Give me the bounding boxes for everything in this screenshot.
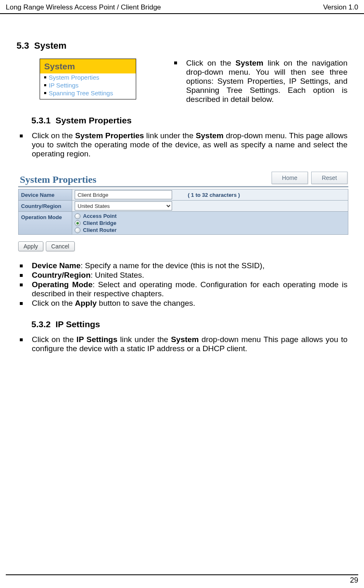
page-number: 29 bbox=[350, 576, 358, 584]
square-bullet-icon bbox=[20, 135, 23, 137]
desc-country-region: Country/Region: United States. bbox=[17, 271, 347, 280]
section-5-3-1: 5.3.1 System Properties bbox=[31, 116, 347, 125]
ipsettings-intro: Click on the IP Settings link under the … bbox=[17, 335, 347, 353]
opmode-access-point[interactable]: Access Point bbox=[75, 213, 345, 220]
square-bullet-icon bbox=[20, 274, 23, 277]
opmode-client-router[interactable]: Client Router bbox=[75, 227, 345, 234]
apply-button[interactable]: Apply bbox=[18, 241, 43, 251]
page-footer: 29 bbox=[6, 574, 358, 585]
sysprops-intro: Click on the System Properties link unde… bbox=[17, 131, 347, 158]
device-name-hint: ( 1 to 32 characters ) bbox=[188, 192, 240, 198]
square-bullet-icon bbox=[174, 61, 177, 64]
cancel-button[interactable]: Cancel bbox=[46, 241, 75, 251]
radio-selected-icon bbox=[75, 220, 80, 226]
bullet-icon bbox=[44, 92, 46, 94]
operation-mode-label: Operation Mode bbox=[19, 212, 72, 235]
radio-icon bbox=[75, 213, 80, 219]
desc-operating-mode: Operating Mode: Select and operating mod… bbox=[17, 280, 347, 298]
panel-title: System Properties bbox=[18, 174, 97, 185]
square-bullet-icon bbox=[20, 264, 23, 267]
device-name-label: Device Name bbox=[19, 189, 72, 201]
bullet-icon bbox=[44, 84, 46, 86]
system-properties-panel: System Properties Home Reset Device Name… bbox=[18, 168, 348, 251]
device-name-input[interactable] bbox=[75, 190, 172, 199]
desc-device-name: Device Name: Specify a name for the devi… bbox=[17, 261, 347, 270]
nav-item-system-properties[interactable]: System Properties bbox=[40, 73, 136, 81]
bullet-icon bbox=[44, 76, 46, 78]
page-content: 5.3 System System System Properties IP S… bbox=[0, 14, 364, 357]
country-region-label: Country/Region bbox=[19, 201, 72, 212]
nav-system-box: System System Properties IP Settings Spa… bbox=[40, 59, 136, 99]
nav-item-spanning-tree[interactable]: Spanning Tree Settings bbox=[40, 89, 136, 99]
square-bullet-icon bbox=[20, 283, 23, 286]
header-left: Long Range Wireless Access Point / Clien… bbox=[6, 3, 161, 12]
desc-apply: Click on the Apply button to save the ch… bbox=[17, 299, 347, 308]
square-bullet-icon bbox=[20, 338, 23, 341]
country-region-select[interactable]: United States bbox=[75, 201, 172, 210]
nav-item-ip-settings[interactable]: IP Settings bbox=[40, 81, 136, 89]
reset-button[interactable]: Reset bbox=[311, 172, 347, 184]
page-header: Long Range Wireless Access Point / Clien… bbox=[0, 0, 364, 14]
opmode-client-bridge[interactable]: Client Bridge bbox=[75, 220, 345, 227]
home-button[interactable]: Home bbox=[272, 172, 308, 184]
radio-icon bbox=[75, 227, 80, 233]
intro-paragraph: Click on the System link on the navigati… bbox=[174, 59, 347, 104]
nav-title: System bbox=[40, 59, 136, 73]
section-5-3-2: 5.3.2 IP Settings bbox=[31, 319, 347, 329]
header-right: Version 1.0 bbox=[323, 3, 358, 12]
section-5-3: 5.3 System bbox=[17, 40, 347, 51]
square-bullet-icon bbox=[20, 302, 23, 305]
